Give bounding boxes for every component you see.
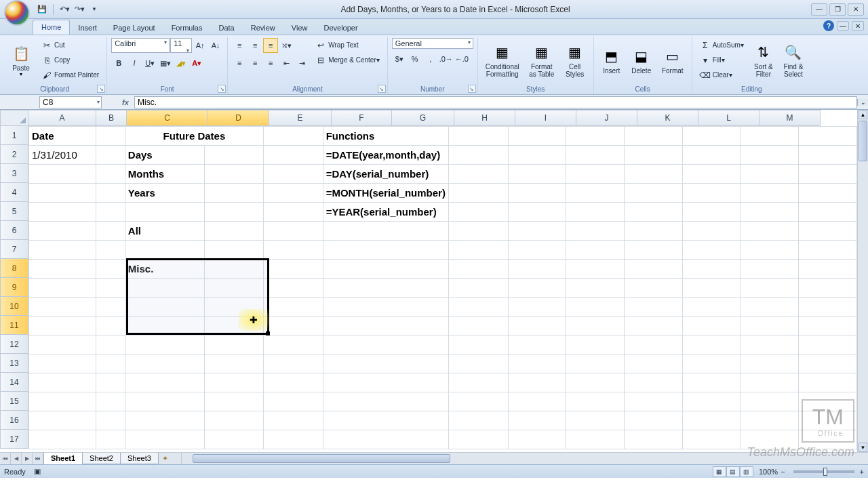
col-header-I[interactable]: I bbox=[515, 110, 576, 126]
tab-insert[interactable]: Insert bbox=[70, 21, 105, 35]
cell-L12[interactable] bbox=[741, 336, 799, 354]
cell-D2[interactable] bbox=[205, 146, 264, 165]
row-header-14[interactable]: 14 bbox=[0, 373, 28, 392]
cell-M12[interactable] bbox=[799, 336, 857, 354]
qat-dropdown-icon[interactable]: ▼ bbox=[89, 4, 100, 15]
cell-I12[interactable] bbox=[566, 336, 625, 354]
cut-button[interactable]: ✂Cut bbox=[38, 38, 102, 52]
cell-E1[interactable] bbox=[264, 127, 323, 146]
cell-A17[interactable] bbox=[29, 430, 96, 449]
cell-styles-button[interactable]: ▦Cell Styles bbox=[561, 38, 589, 83]
cell-M14[interactable] bbox=[799, 373, 857, 392]
paste-button[interactable]: 📋 Paste ▼ bbox=[7, 38, 35, 83]
tab-page-layout[interactable]: Page Layout bbox=[105, 21, 163, 35]
cell-K13[interactable] bbox=[682, 354, 741, 373]
cell-M7[interactable] bbox=[799, 241, 857, 260]
format-cells-button[interactable]: ▭Format bbox=[658, 38, 688, 83]
cells-area[interactable]: DateFuture DatesFunctions1/31/2010Days=D… bbox=[28, 126, 857, 452]
cell-J14[interactable] bbox=[625, 373, 683, 392]
first-sheet-button[interactable]: ⏮ bbox=[0, 453, 11, 464]
col-header-L[interactable]: L bbox=[698, 110, 760, 126]
ribbon-close-button[interactable]: ✕ bbox=[852, 21, 864, 30]
cell-K1[interactable] bbox=[682, 127, 741, 146]
cell-H6[interactable] bbox=[508, 222, 566, 241]
cell-I2[interactable] bbox=[566, 146, 625, 165]
scroll-thumb[interactable] bbox=[859, 121, 867, 161]
row-header-4[interactable]: 4 bbox=[0, 183, 28, 202]
cell-B11[interactable] bbox=[96, 317, 125, 336]
tab-developer[interactable]: Developer bbox=[315, 21, 366, 35]
row-headers[interactable]: 1234567891011121314151617 bbox=[0, 126, 28, 449]
cell-M6[interactable] bbox=[799, 222, 857, 241]
cell-A9[interactable] bbox=[29, 279, 96, 298]
cell-K2[interactable] bbox=[682, 146, 741, 165]
cell-C7[interactable] bbox=[125, 241, 205, 260]
maximize-button[interactable]: ❐ bbox=[829, 3, 846, 16]
cell-G12[interactable] bbox=[448, 336, 508, 354]
cell-F8[interactable] bbox=[323, 260, 448, 279]
cell-B3[interactable] bbox=[96, 165, 125, 184]
cell-F17[interactable] bbox=[323, 430, 448, 449]
cell-A10[interactable] bbox=[29, 298, 96, 317]
cell-M10[interactable] bbox=[799, 298, 857, 317]
cell-A4[interactable] bbox=[29, 184, 96, 203]
cell-A2[interactable]: 1/31/2010 bbox=[29, 146, 96, 165]
cell-H7[interactable] bbox=[508, 241, 566, 260]
vertical-scrollbar[interactable]: ▲ ▼ bbox=[857, 110, 868, 452]
cell-L6[interactable] bbox=[741, 222, 799, 241]
cell-A13[interactable] bbox=[29, 354, 96, 373]
cell-K6[interactable] bbox=[682, 222, 741, 241]
cell-J9[interactable] bbox=[625, 279, 683, 298]
cell-B16[interactable] bbox=[96, 411, 125, 430]
cell-M11[interactable] bbox=[799, 317, 857, 336]
cell-G8[interactable] bbox=[448, 260, 508, 279]
cell-J5[interactable] bbox=[625, 203, 683, 222]
find-select-button[interactable]: 🔍Find & Select bbox=[780, 38, 807, 83]
cell-H1[interactable] bbox=[508, 127, 566, 146]
undo-icon[interactable]: ↶▾ bbox=[59, 4, 70, 15]
cell-J12[interactable] bbox=[625, 336, 683, 354]
cell-J6[interactable] bbox=[625, 222, 683, 241]
cell-D17[interactable] bbox=[205, 430, 264, 449]
cell-K8[interactable] bbox=[682, 260, 741, 279]
cell-A3[interactable] bbox=[29, 165, 96, 184]
cell-M16[interactable] bbox=[799, 411, 857, 430]
copy-button[interactable]: ⎘Copy bbox=[38, 53, 102, 67]
cell-L14[interactable] bbox=[741, 373, 799, 392]
scroll-up-icon[interactable]: ▲ bbox=[859, 110, 867, 119]
cell-F5[interactable]: =YEAR(serial_number) bbox=[323, 203, 448, 222]
decrease-font-button[interactable]: A↓ bbox=[208, 38, 223, 53]
number-dialog-launcher[interactable]: ↘ bbox=[468, 85, 476, 93]
zoom-slider[interactable] bbox=[793, 470, 854, 473]
row-header-5[interactable]: 5 bbox=[0, 202, 28, 221]
cell-E12[interactable] bbox=[264, 336, 323, 354]
cell-C8[interactable]: Misc. bbox=[125, 260, 205, 279]
view-normal-button[interactable]: ▦ bbox=[713, 466, 726, 477]
cell-M13[interactable] bbox=[799, 354, 857, 373]
align-bottom-button[interactable]: ≡ bbox=[263, 38, 278, 53]
cell-E10[interactable] bbox=[264, 298, 323, 317]
cell-F2[interactable]: =DATE(year,month,day) bbox=[323, 146, 448, 165]
cell-D7[interactable] bbox=[205, 241, 264, 260]
cell-K9[interactable] bbox=[682, 279, 741, 298]
cell-I4[interactable] bbox=[566, 184, 625, 203]
ribbon-minimize-button[interactable]: — bbox=[837, 21, 849, 30]
cell-B12[interactable] bbox=[96, 336, 125, 354]
cell-L17[interactable] bbox=[741, 430, 799, 449]
cell-L11[interactable] bbox=[741, 317, 799, 336]
cell-G14[interactable] bbox=[448, 373, 508, 392]
cell-H14[interactable] bbox=[508, 373, 566, 392]
col-header-E[interactable]: E bbox=[269, 110, 332, 126]
format-painter-button[interactable]: 🖌Format Painter bbox=[38, 68, 102, 82]
cell-B8[interactable] bbox=[96, 260, 125, 279]
cell-A16[interactable] bbox=[29, 411, 96, 430]
row-header-11[interactable]: 11 bbox=[0, 316, 28, 335]
cell-H13[interactable] bbox=[508, 354, 566, 373]
cell-F15[interactable] bbox=[323, 392, 448, 411]
col-header-G[interactable]: G bbox=[392, 110, 454, 126]
cell-E9[interactable] bbox=[264, 279, 323, 298]
increase-font-button[interactable]: A↑ bbox=[193, 38, 208, 53]
fx-icon[interactable]: fx bbox=[119, 96, 132, 108]
cell-I3[interactable] bbox=[566, 165, 625, 184]
cell-D9[interactable] bbox=[205, 279, 264, 298]
